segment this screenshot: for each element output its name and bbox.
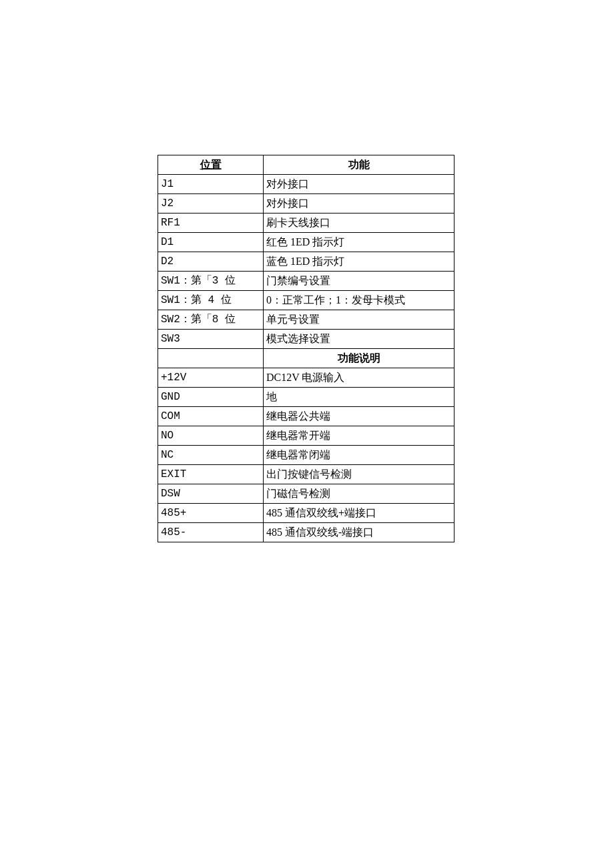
table-row: RF1刷卡天线接口: [158, 213, 454, 233]
table-row: 485+485 通信双绞线+端接口: [158, 504, 454, 523]
table-row: J2对外接口: [158, 194, 454, 213]
table-row: D2蓝色 1ED 指示灯: [158, 252, 454, 272]
table-cell-function: 对外接口: [264, 175, 454, 194]
table-row: NO继电器常开端: [158, 426, 454, 446]
table-row: GND地: [158, 388, 454, 407]
table-row: SW3模式选择设置: [158, 330, 454, 349]
table-row: SW2：第「8 位单元号设置: [158, 310, 454, 330]
table-cell-function: 出门按键信号检测: [264, 465, 454, 484]
table-cell-function: 模式选择设置: [264, 330, 454, 349]
table-header-cell: 功能: [264, 155, 454, 175]
table-cell-function: 红色 1ED 指示灯: [264, 233, 454, 252]
table-cell-position: SW3: [158, 330, 264, 349]
table-row: J1对外接口: [158, 175, 454, 194]
table-header-cell: [158, 349, 264, 368]
table-row: 485-485 通信双绞线-端接口: [158, 523, 454, 542]
table-cell-function: 蓝色 1ED 指示灯: [264, 252, 454, 272]
table-cell-position: RF1: [158, 213, 264, 233]
table-row: EXIT出门按键信号检测: [158, 465, 454, 484]
table-cell-position: SW1：第 4 位: [158, 291, 264, 310]
table-row: SW1：第「3 位门禁编号设置: [158, 272, 454, 291]
spec-table: 位置功能J1对外接口J2对外接口RF1刷卡天线接口D1红色 1ED 指示灯D2蓝…: [158, 155, 454, 542]
table-cell-function: 0：正常工作；1：发母卡模式: [264, 291, 454, 310]
table-cell-position: COM: [158, 407, 264, 426]
table-cell-function: 继电器公共端: [264, 407, 454, 426]
table-cell-position: D1: [158, 233, 264, 252]
table-header-cell: 功能说明: [264, 349, 454, 368]
table-cell-function: 单元号设置: [264, 310, 454, 330]
table-cell-position: SW1：第「3 位: [158, 272, 264, 291]
table-cell-position: NO: [158, 426, 264, 446]
table-cell-function: 门磁信号检测: [264, 484, 454, 504]
table-cell-function: DC12V 电源输入: [264, 368, 454, 388]
table-header-row: 功能说明: [158, 349, 454, 368]
table-cell-function: 485 通信双绞线-端接口: [264, 523, 454, 542]
table-cell-function: 对外接口: [264, 194, 454, 213]
table-cell-position: GND: [158, 388, 264, 407]
table-cell-position: SW2：第「8 位: [158, 310, 264, 330]
table-cell-position: DSW: [158, 484, 264, 504]
table-cell-function: 地: [264, 388, 454, 407]
table-cell-function: 继电器常开端: [264, 426, 454, 446]
table-cell-function: 门禁编号设置: [264, 272, 454, 291]
table-header-row: 位置功能: [158, 155, 454, 175]
table-row: SW1：第 4 位0：正常工作；1：发母卡模式: [158, 291, 454, 310]
table-cell-function: 485 通信双绞线+端接口: [264, 504, 454, 523]
table-row: COM继电器公共端: [158, 407, 454, 426]
table-container: 位置功能J1对外接口J2对外接口RF1刷卡天线接口D1红色 1ED 指示灯D2蓝…: [158, 155, 454, 542]
table-cell-position: 485+: [158, 504, 264, 523]
table-cell-position: J1: [158, 175, 264, 194]
table-cell-function: 刷卡天线接口: [264, 213, 454, 233]
table-row: +12VDC12V 电源输入: [158, 368, 454, 388]
table-cell-position: D2: [158, 252, 264, 272]
table-cell-position: J2: [158, 194, 264, 213]
table-row: DSW门磁信号检测: [158, 484, 454, 504]
table-header-cell: 位置: [158, 155, 264, 175]
header-text: 位置: [200, 159, 222, 170]
table-cell-position: +12V: [158, 368, 264, 388]
table-cell-position: NC: [158, 446, 264, 465]
table-cell-function: 继电器常闭端: [264, 446, 454, 465]
table-cell-position: 485-: [158, 523, 264, 542]
table-cell-position: EXIT: [158, 465, 264, 484]
table-row: D1红色 1ED 指示灯: [158, 233, 454, 252]
page: 位置功能J1对外接口J2对外接口RF1刷卡天线接口D1红色 1ED 指示灯D2蓝…: [0, 0, 614, 868]
table-row: NC继电器常闭端: [158, 446, 454, 465]
